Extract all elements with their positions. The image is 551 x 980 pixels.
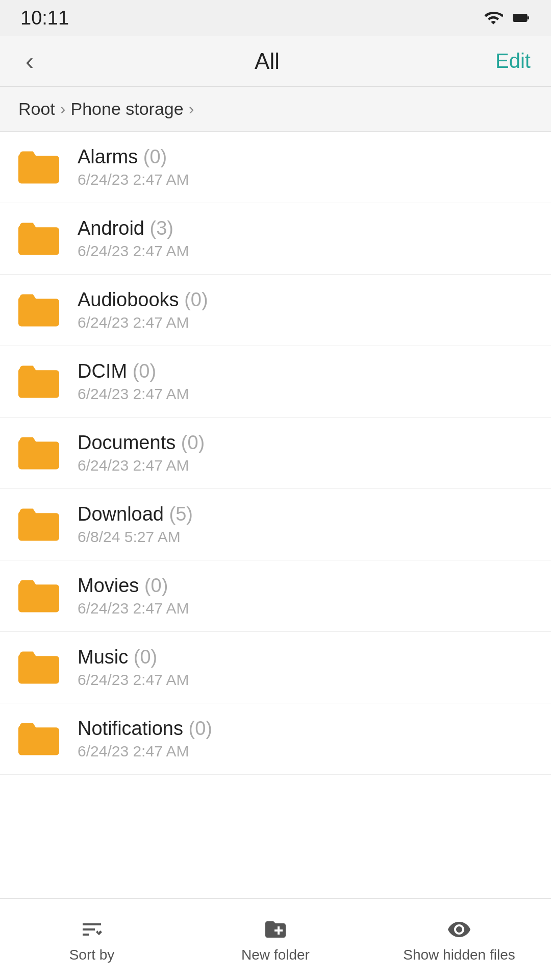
file-info: Download (5) 6/8/24 5:27 AM: [78, 503, 193, 546]
breadcrumb: Root › Phone storage ›: [0, 87, 551, 132]
file-name: Android (3): [78, 217, 189, 239]
breadcrumb-root[interactable]: Root: [18, 99, 55, 119]
file-name: Music (0): [78, 646, 189, 668]
file-date: 6/24/23 2:47 AM: [78, 242, 189, 260]
list-item[interactable]: Android (3) 6/24/23 2:47 AM: [0, 203, 551, 275]
new-folder-icon: [262, 916, 289, 943]
list-item[interactable]: DCIM (0) 6/24/23 2:47 AM: [0, 346, 551, 418]
toolbar-title: All: [255, 48, 280, 74]
toolbar: ‹ All Edit: [0, 36, 551, 87]
list-item[interactable]: Notifications (0) 6/24/23 2:47 AM: [0, 703, 551, 775]
file-name: Notifications (0): [78, 718, 212, 740]
folder-icon: [18, 365, 59, 398]
sort-by-button[interactable]: Sort by: [0, 916, 184, 963]
list-item[interactable]: Alarms (0) 6/24/23 2:47 AM: [0, 132, 551, 203]
file-date: 6/24/23 2:47 AM: [78, 171, 189, 188]
file-info: Alarms (0) 6/24/23 2:47 AM: [78, 146, 189, 188]
list-item[interactable]: Documents (0) 6/24/23 2:47 AM: [0, 418, 551, 489]
breadcrumb-sep-1: ›: [60, 100, 66, 118]
new-folder-label: New folder: [241, 947, 310, 963]
file-name: Audiobooks (0): [78, 289, 208, 311]
status-icons: [484, 8, 531, 28]
bottom-bar: Sort by New folder Show hidden files: [0, 898, 551, 980]
file-info: Documents (0) 6/24/23 2:47 AM: [78, 432, 205, 474]
file-date: 6/24/23 2:47 AM: [78, 314, 208, 331]
battery-icon: [511, 8, 531, 28]
edit-button[interactable]: Edit: [495, 50, 531, 72]
file-list: Alarms (0) 6/24/23 2:47 AM Android (3) 6…: [0, 132, 551, 856]
folder-icon: [18, 651, 59, 684]
list-item[interactable]: Movies (0) 6/24/23 2:47 AM: [0, 560, 551, 632]
folder-icon: [18, 723, 59, 755]
file-info: Music (0) 6/24/23 2:47 AM: [78, 646, 189, 689]
file-date: 6/24/23 2:47 AM: [78, 457, 205, 474]
file-info: Movies (0) 6/24/23 2:47 AM: [78, 575, 189, 617]
folder-icon: [18, 508, 59, 541]
file-name: Alarms (0): [78, 146, 189, 168]
new-folder-button[interactable]: New folder: [184, 916, 367, 963]
folder-icon: [18, 437, 59, 470]
file-date: 6/8/24 5:27 AM: [78, 528, 193, 546]
file-date: 6/24/23 2:47 AM: [78, 743, 212, 760]
show-hidden-icon: [446, 916, 472, 943]
folder-icon: [18, 151, 59, 184]
file-date: 6/24/23 2:47 AM: [78, 385, 189, 403]
status-time: 10:11: [20, 7, 69, 29]
file-name: Download (5): [78, 503, 193, 525]
file-info: Notifications (0) 6/24/23 2:47 AM: [78, 718, 212, 760]
file-info: Android (3) 6/24/23 2:47 AM: [78, 217, 189, 260]
file-name: Movies (0): [78, 575, 189, 597]
list-item[interactable]: Download (5) 6/8/24 5:27 AM: [0, 489, 551, 560]
folder-icon: [18, 580, 59, 612]
file-info: DCIM (0) 6/24/23 2:47 AM: [78, 360, 189, 403]
show-hidden-label: Show hidden files: [403, 947, 515, 963]
folder-icon: [18, 223, 59, 255]
sort-by-label: Sort by: [69, 947, 115, 963]
file-name: DCIM (0): [78, 360, 189, 382]
file-info: Audiobooks (0) 6/24/23 2:47 AM: [78, 289, 208, 331]
sort-icon: [79, 916, 105, 943]
back-button[interactable]: ‹: [20, 47, 39, 75]
folder-icon: [18, 294, 59, 327]
breadcrumb-phone-storage[interactable]: Phone storage: [70, 99, 183, 119]
list-item[interactable]: Music (0) 6/24/23 2:47 AM: [0, 632, 551, 703]
show-hidden-button[interactable]: Show hidden files: [367, 916, 551, 963]
file-date: 6/24/23 2:47 AM: [78, 671, 189, 689]
svg-rect-1: [528, 16, 529, 19]
svg-rect-0: [513, 14, 527, 22]
breadcrumb-sep-2: ›: [189, 100, 194, 118]
file-name: Documents (0): [78, 432, 205, 454]
file-date: 6/24/23 2:47 AM: [78, 600, 189, 617]
list-item[interactable]: Audiobooks (0) 6/24/23 2:47 AM: [0, 275, 551, 346]
wifi-icon: [484, 8, 503, 28]
status-bar: 10:11: [0, 0, 551, 36]
